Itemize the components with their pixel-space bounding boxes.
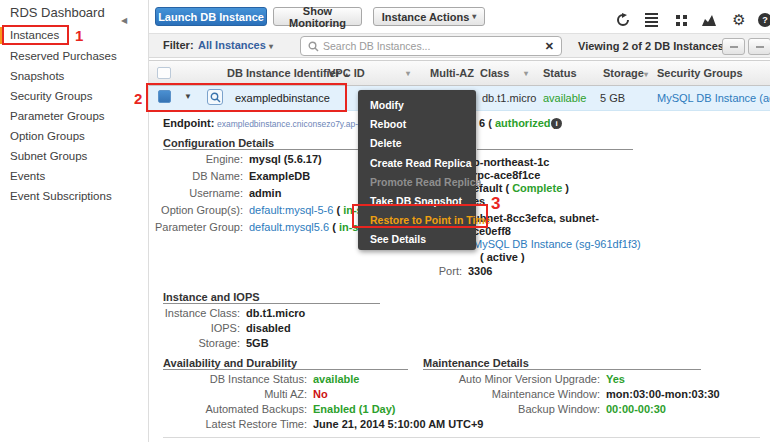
option-group-link[interactable]: default:mysql-5-6 [249,204,333,216]
menu-item-reboot[interactable]: Reboot [358,115,476,134]
chevron-down-icon: ▾ [472,12,476,21]
automated-backups-label: Automated Backups: [167,403,307,415]
vpc-fragment: rpc-ace8f1ce [473,169,540,181]
instance-actions-button[interactable]: Instance Actions ▾ [373,7,485,26]
settings-gear-icon[interactable]: ⚙ [731,12,747,28]
menu-item-see-details[interactable]: See Details [358,230,476,249]
row-expand-icon[interactable]: ▼ [184,92,192,101]
endpoint-value: exampledbinstance.cniconsezo7y.ap-no [217,119,368,129]
cell-class: db.t1.micro [482,92,536,104]
sidebar-item-snapshots[interactable]: Snapshots [10,70,64,82]
sidebar-item-events[interactable]: Events [10,170,45,182]
help-icon[interactable]: ? [757,12,770,28]
endpoint-label: Endpoint: [163,117,214,129]
option-group-label: Option Group(s): [123,204,243,216]
multi-az-value: No [313,388,328,400]
port-label: Port: [382,265,462,277]
storage-label: Storage: [120,337,240,349]
auto-minor-upgrade-label: Auto Minor Version Upgrade: [423,373,600,385]
menu-item-delete[interactable]: Delete [358,134,476,153]
filter-dropdown[interactable]: All Instances ▾ [198,39,273,51]
sidebar-item-parameter-groups[interactable]: Parameter Groups [10,110,105,122]
latest-restore-value: June 21, 2014 5:10:00 AM UTC+9 [313,418,483,430]
auto-minor-upgrade-value: Yes [606,373,625,385]
db-status-label: DB Instance Status: [167,373,307,385]
multi-az-label: Multi AZ: [167,388,307,400]
next-page-button[interactable] [748,38,770,55]
col-storage[interactable]: Storage▾ [603,67,648,79]
list-view-icon[interactable] [643,12,659,28]
chevron-down-icon: ▾ [269,42,273,51]
automated-backups-value: Enabled (1 Day) [313,403,396,415]
sidebar-item-security-groups[interactable]: Security Groups [10,90,92,102]
parameter-group-link[interactable]: default.mysql5.6 [249,221,329,233]
refresh-icon[interactable] [615,12,631,28]
vpc-sort-icon[interactable]: ▾ [406,69,410,78]
backup-window-value: 00:00-00:30 [606,403,666,415]
cell-identifier: exampledbinstance [235,92,330,104]
row-magnifier-icon[interactable] [207,89,223,105]
sidebar-item-event-subscriptions[interactable]: Event Subscriptions [10,190,112,202]
sidebar-item-reserved-purchases[interactable]: Reserved Purchases [10,50,117,62]
section-configuration-details: Configuration Details [163,137,274,149]
sidebar-item-instances[interactable]: Instances [10,29,59,41]
engine-label: Engine: [123,153,243,165]
subnet-group-fragment: efault ( Complete ) [473,182,569,194]
parameter-group-label: Parameter Group: [123,221,243,233]
iops-label: IOPS: [120,322,240,334]
iops-value: disabled [246,322,291,334]
instance-class-label: Instance Class: [120,307,240,319]
db-status-value: available [313,373,359,385]
annotation-number-2: 2 [134,90,142,107]
active-item-indicator [0,27,3,44]
col-security-groups[interactable]: Security Groups [657,67,743,79]
clear-search-icon[interactable]: ✕ [545,40,554,53]
grid-view-icon[interactable] [673,12,689,28]
annotation-number-3: 3 [491,194,500,214]
col-class[interactable]: Class [480,67,509,79]
launch-db-instance-button[interactable]: Launch DB Instance [155,7,267,26]
row-checkbox[interactable] [158,90,171,103]
engine-value: mysql (5.6.17) [249,153,322,165]
class-sort-icon[interactable]: ▾ [524,69,528,78]
prev-page-button[interactable] [722,38,745,55]
search-input[interactable] [323,40,545,52]
sidebar-item-subnet-groups[interactable]: Subnet Groups [10,150,87,162]
endpoint-tail: 6 ( authorized ) [479,117,557,129]
menu-item-create-read-replica[interactable]: Create Read Replica [358,154,476,173]
monitoring-chart-icon[interactable] [701,12,717,28]
select-all-checkbox[interactable] [157,67,171,79]
maintenance-window-value: mon:03:00-mon:03:30 [606,388,720,400]
show-monitoring-button[interactable]: Show Monitoring [273,7,362,26]
section-maintenance: Maintenance Details [423,357,529,369]
cell-security-groups[interactable]: MySQL DB Instance (act [657,92,770,104]
security-group-link[interactable]: MySQL DB Instance (sg-961df1f3) [473,238,641,250]
col-status[interactable]: Status [543,67,577,79]
menu-item-promote-read-replica: Promote Read Replica [358,173,476,192]
storage-sort-icon: ▾ [644,70,648,79]
annotation-number-1: 1 [75,27,83,44]
backup-window-label: Backup Window: [423,403,600,415]
search-box: ✕ [300,36,562,56]
cell-storage: 5 GB [600,92,625,104]
col-vpc-id[interactable]: VPC ID [328,67,365,79]
maintenance-window-label: Maintenance Window: [423,388,600,400]
search-icon [308,41,319,52]
storage-value: 5GB [246,337,269,349]
username-value: admin [249,187,281,199]
sidebar-collapse-icon[interactable]: ◀ [121,16,127,25]
info-icon[interactable]: i [551,118,562,129]
sidebar-item-option-groups[interactable]: Option Groups [10,130,85,142]
instance-actions-menu: Modify Reboot Delete Create Read Replica… [358,90,476,250]
col-multi-az[interactable]: Multi-AZ [430,67,474,79]
rds-dashboard-window: RDS Dashboard Instances Reserved Purchas… [0,0,770,442]
viewing-count: Viewing 2 of 2 DB Instances [578,40,724,52]
menu-item-modify[interactable]: Modify [358,96,476,115]
username-label: Username: [123,187,243,199]
filter-label: Filter: [163,39,194,51]
port-value: 3306 [468,265,492,277]
authorized-status: authorized [495,117,551,129]
menu-item-take-db-snapshot[interactable]: Take DB Snapshot [358,192,476,211]
menu-item-restore-to-point-in-time[interactable]: Restore to Point in Time [358,211,476,230]
cell-status: available [543,92,586,104]
